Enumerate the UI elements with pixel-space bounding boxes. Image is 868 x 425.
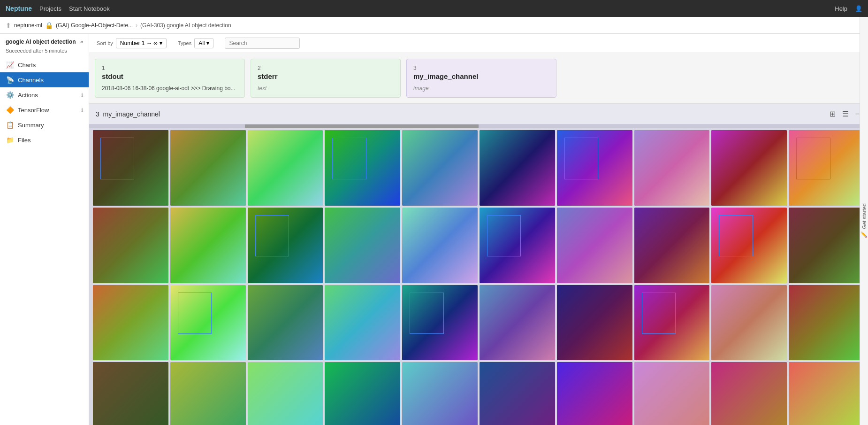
get-started-toggle[interactable]: ✏️ Get started xyxy=(861,203,868,239)
image-cell[interactable] xyxy=(170,285,246,361)
sidebar-item-charts[interactable]: 📈 Charts xyxy=(0,57,89,72)
image-cell[interactable] xyxy=(325,362,400,425)
image-cell[interactable] xyxy=(634,285,710,361)
breadcrumb-workspace[interactable]: neptune-ml xyxy=(14,22,42,29)
image-section-header: 3 my_image_channel ⊞ ☰ − xyxy=(89,104,868,124)
help-menu[interactable]: Help xyxy=(835,5,847,12)
sidebar-item-channels-label: Channels xyxy=(18,77,44,84)
channel-card-stdout[interactable]: 1 stdout 2018-08-06 16-38-06 google-ai-o… xyxy=(95,59,245,98)
sort-label: Sort by xyxy=(97,40,113,46)
sort-value: Number 1 → ∞ xyxy=(120,40,158,46)
search-group xyxy=(225,38,300,49)
image-cell[interactable] xyxy=(789,285,864,361)
image-cell[interactable] xyxy=(711,362,787,425)
image-cell[interactable] xyxy=(634,130,710,206)
image-cell[interactable] xyxy=(789,362,864,425)
image-cell[interactable] xyxy=(325,285,400,361)
image-cell[interactable] xyxy=(480,208,555,283)
sort-select[interactable]: Number 1 → ∞ ▾ xyxy=(116,38,167,48)
channel-number-1: 1 xyxy=(102,65,238,71)
image-cell[interactable] xyxy=(557,208,632,283)
tensorflow-info-icon[interactable]: ℹ xyxy=(81,107,83,113)
channel-name-image: my_image_channel xyxy=(413,72,549,80)
image-cell[interactable] xyxy=(93,208,168,283)
actions-info-icon[interactable]: ℹ xyxy=(81,92,83,98)
image-cell[interactable] xyxy=(711,130,787,206)
image-cell[interactable] xyxy=(248,362,323,425)
sidebar-item-tensorflow[interactable]: 🔶 TensorFlow ℹ xyxy=(0,102,89,117)
main-content: Sort by Number 1 → ∞ ▾ Types All ▾ 1 xyxy=(89,34,868,425)
image-cell[interactable] xyxy=(325,208,400,283)
image-cell[interactable] xyxy=(93,362,168,425)
image-cell[interactable] xyxy=(325,130,400,206)
channel-content-image: image xyxy=(413,85,549,92)
image-cell[interactable] xyxy=(402,208,478,283)
image-cell[interactable] xyxy=(634,208,710,283)
nav-start-notebook[interactable]: Start Notebook xyxy=(69,5,110,12)
image-cell[interactable] xyxy=(170,208,246,283)
sidebar-item-charts-label: Charts xyxy=(18,62,36,69)
channel-name-stderr: stderr xyxy=(258,72,394,80)
image-cell[interactable] xyxy=(711,208,787,283)
image-cell[interactable] xyxy=(93,285,168,361)
image-cell[interactable] xyxy=(789,130,864,206)
sidebar-item-files[interactable]: 📁 Files xyxy=(0,132,89,147)
types-chevron-icon: ▾ xyxy=(206,40,209,46)
list-view-button[interactable]: ☰ xyxy=(840,108,851,119)
search-input[interactable] xyxy=(225,38,300,49)
sidebar-item-channels[interactable]: 📡 Channels xyxy=(0,72,89,87)
image-cell[interactable] xyxy=(402,362,478,425)
files-icon: 📁 xyxy=(6,136,14,144)
image-cell[interactable] xyxy=(170,362,246,425)
view-controls: ⊞ ☰ − xyxy=(828,108,861,119)
breadcrumb-project[interactable]: (GAI) Google-AI-Object-Dete... xyxy=(56,22,133,29)
sidebar-item-summary-label: Summary xyxy=(18,122,44,129)
sidebar-item-summary[interactable]: 📋 Summary xyxy=(0,117,89,132)
channel-name-stdout: stdout xyxy=(102,72,238,80)
channel-cards-area: 1 stdout 2018-08-06 16-38-06 google-ai-o… xyxy=(89,53,868,104)
image-cell[interactable] xyxy=(557,362,632,425)
channel-content-stdout: 2018-08-06 16-38-06 google-ai-odt >>> Dr… xyxy=(102,85,238,92)
types-group: Types All ▾ xyxy=(178,38,214,48)
image-cell[interactable] xyxy=(402,130,478,206)
breadcrumb-experiment: (GAI-303) google AI object detection xyxy=(140,22,231,29)
image-cell[interactable] xyxy=(480,130,555,206)
actions-icon: ⚙️ xyxy=(6,91,14,99)
image-cell[interactable] xyxy=(711,285,787,361)
channel-card-stderr[interactable]: 2 stderr text xyxy=(251,59,401,98)
image-cell[interactable] xyxy=(789,208,864,283)
nav-right: Help 👤 xyxy=(835,5,862,12)
image-cell[interactable] xyxy=(248,285,323,361)
sidebar-item-files-label: Files xyxy=(18,137,30,144)
image-cell[interactable] xyxy=(170,130,246,206)
scrollbar-track xyxy=(89,124,868,128)
image-cell[interactable] xyxy=(93,130,168,206)
sidebar-collapse-icon[interactable]: « xyxy=(80,39,83,45)
image-cell[interactable] xyxy=(634,362,710,425)
types-select[interactable]: All ▾ xyxy=(194,38,213,48)
types-value: All xyxy=(198,40,205,46)
image-cell[interactable] xyxy=(248,130,323,206)
image-cell[interactable] xyxy=(480,362,555,425)
image-channel-title: 3 my_image_channel xyxy=(96,110,160,118)
top-navigation: Neptune Projects Start Notebook Help 👤 xyxy=(0,0,868,17)
user-menu[interactable]: 👤 xyxy=(855,5,862,12)
sidebar-title: google AI object detection « xyxy=(0,34,89,47)
summary-icon: 📋 xyxy=(6,121,14,129)
image-cell[interactable] xyxy=(557,130,632,206)
nav-projects[interactable]: Projects xyxy=(39,5,61,12)
channel-content-stderr: text xyxy=(258,85,394,92)
image-cell[interactable] xyxy=(248,208,323,283)
get-started-panel: ✏️ Get started xyxy=(860,17,868,425)
channel-card-image[interactable]: 3 my_image_channel image xyxy=(406,59,556,98)
image-cell[interactable] xyxy=(402,285,478,361)
image-cell[interactable] xyxy=(480,285,555,361)
home-icon[interactable]: ⬆ xyxy=(6,22,11,29)
image-cell[interactable] xyxy=(557,285,632,361)
sidebar-item-tensorflow-label: TensorFlow xyxy=(18,107,49,114)
charts-icon: 📈 xyxy=(6,61,14,69)
scrollbar-thumb[interactable] xyxy=(245,124,479,128)
sidebar-item-actions[interactable]: ⚙️ Actions ℹ xyxy=(0,87,89,102)
pencil-icon: ✏️ xyxy=(861,232,868,239)
grid-view-button[interactable]: ⊞ xyxy=(828,108,838,119)
